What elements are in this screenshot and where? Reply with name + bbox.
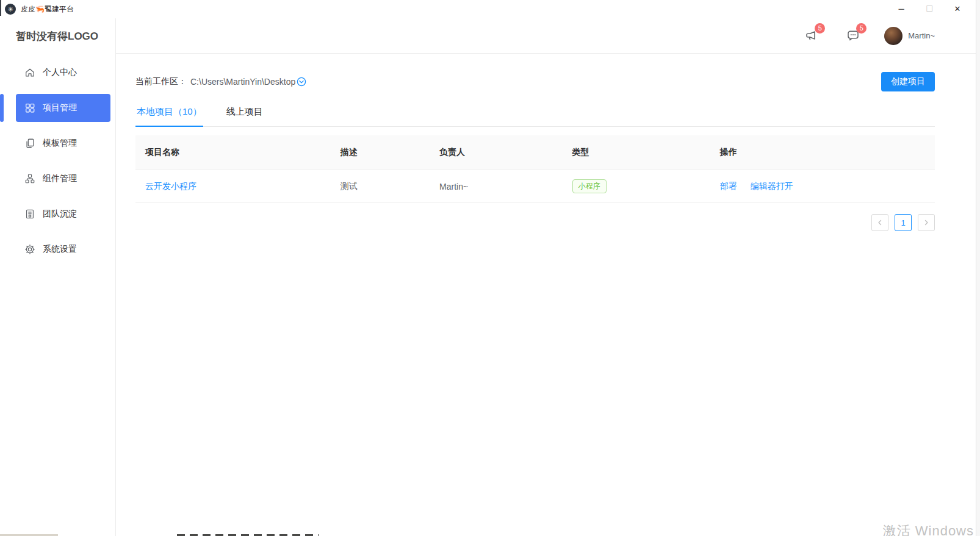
- sidebar-nav: 个人中心 项目管理 模板管理 组件管理: [0, 54, 115, 263]
- project-description: 测试: [331, 170, 430, 203]
- window-title: 皮皮🦐🏗建平台: [21, 4, 74, 15]
- project-tabs: 本地项目（10） 线上项目: [135, 106, 935, 127]
- table-header-row: 项目名称 描述 负责人 类型 操作: [135, 135, 935, 170]
- titlebar: ✳ 皮皮🦐🏗建平台 ─ ☐ ✕: [0, 0, 980, 18]
- username: Martin~: [908, 31, 935, 40]
- gear-icon: [24, 244, 35, 255]
- grid-icon: [24, 102, 35, 113]
- column-header-description: 描述: [331, 135, 430, 170]
- column-header-actions: 操作: [710, 135, 935, 170]
- workspace-row: 当前工作区： C:\Users\MartinYin\Desktop: [135, 76, 306, 87]
- column-header-type: 类型: [563, 135, 710, 170]
- sidebar-item-label: 组件管理: [43, 173, 77, 184]
- sidebar-item-label: 个人中心: [43, 67, 77, 78]
- create-project-button[interactable]: 创建项目: [881, 72, 935, 91]
- sidebar-item-label: 团队沉淀: [43, 209, 77, 220]
- background-window-edge: [0, 0, 1, 16]
- sidebar: 暂时没有得LOGO 个人中心 项目管理 模板管理: [0, 18, 116, 536]
- components-icon: [24, 173, 35, 184]
- sidebar-item-label: 项目管理: [43, 102, 77, 113]
- chevron-left-icon: [877, 220, 883, 226]
- announcement-button[interactable]: 5: [804, 29, 819, 43]
- sidebar-item-label: 模板管理: [43, 138, 77, 149]
- main-area: 5 5 Martin~ 当前工作区： C:\Users\MartinYin\De…: [116, 18, 980, 536]
- topbar: 5 5 Martin~: [116, 18, 980, 54]
- app-icon: ✳: [5, 4, 16, 15]
- tab-online-projects[interactable]: 线上项目: [225, 106, 264, 127]
- project-name-link[interactable]: 云开发小程序: [145, 181, 196, 191]
- pagination-page-1[interactable]: 1: [895, 214, 912, 231]
- projects-table: 项目名称 描述 负责人 类型 操作 云开发小程序 测试 Martin~ 小程序: [135, 135, 935, 203]
- sidebar-item-personal-center[interactable]: 个人中心: [16, 59, 110, 87]
- sidebar-item-team-repository[interactable]: 团队沉淀: [16, 200, 110, 228]
- active-item-indicator: [0, 94, 4, 122]
- document-icon: [24, 209, 35, 220]
- message-button[interactable]: 5: [846, 29, 860, 43]
- message-badge: 5: [856, 23, 867, 34]
- sidebar-item-component-management[interactable]: 组件管理: [16, 165, 110, 193]
- announcement-badge: 5: [815, 23, 825, 34]
- avatar[interactable]: [884, 27, 903, 45]
- maximize-button[interactable]: ☐: [915, 0, 943, 18]
- workspace-path: C:\Users\MartinYin\Desktop: [190, 77, 295, 87]
- pagination-prev-button[interactable]: [871, 214, 888, 231]
- sidebar-item-template-management[interactable]: 模板管理: [16, 129, 110, 157]
- tab-local-projects[interactable]: 本地项目（10）: [135, 106, 203, 127]
- sidebar-item-label: 系统设置: [43, 244, 77, 255]
- open-in-editor-link[interactable]: 编辑器打开: [751, 181, 793, 191]
- window-scrollbar-strip[interactable]: [976, 0, 980, 536]
- window-controls: ─ ☐ ✕: [887, 0, 971, 18]
- template-icon: [24, 138, 35, 149]
- sidebar-item-project-management[interactable]: 项目管理: [16, 94, 110, 122]
- chevron-right-icon: [923, 220, 929, 226]
- home-icon: [24, 67, 35, 78]
- workspace-dropdown-icon[interactable]: [297, 77, 306, 87]
- sidebar-item-system-settings[interactable]: 系统设置: [16, 235, 110, 263]
- pagination: 1: [135, 214, 935, 231]
- project-owner: Martin~: [430, 170, 562, 203]
- project-type-badge: 小程序: [572, 179, 607, 193]
- column-header-owner: 负责人: [430, 135, 562, 170]
- workspace-label: 当前工作区：: [135, 76, 187, 87]
- content: 当前工作区： C:\Users\MartinYin\Desktop 创建项目 本…: [116, 54, 980, 231]
- column-header-name: 项目名称: [135, 135, 331, 170]
- pagination-next-button[interactable]: [918, 214, 935, 231]
- minimize-button[interactable]: ─: [887, 0, 915, 18]
- close-button[interactable]: ✕: [943, 0, 971, 18]
- deploy-link[interactable]: 部署: [720, 181, 737, 191]
- logo-text: 暂时没有得LOGO: [0, 18, 115, 54]
- table-row: 云开发小程序 测试 Martin~ 小程序 部署 编辑器打开: [135, 170, 935, 203]
